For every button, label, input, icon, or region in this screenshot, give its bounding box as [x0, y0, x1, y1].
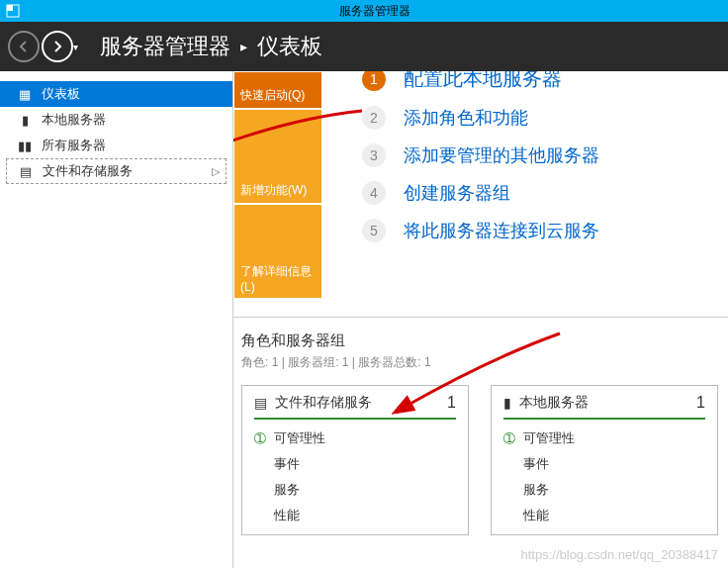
watermark-text: https://blog.csdn.net/qq_20388417	[521, 547, 719, 562]
step-link[interactable]: 添加要管理的其他服务器	[404, 143, 599, 167]
sidebar-item-dashboard[interactable]: ▦ 仪表板	[0, 81, 232, 107]
card-row-label: 性能	[274, 507, 300, 524]
step-number: 3	[362, 143, 386, 167]
svg-rect-1	[7, 5, 13, 11]
storage-icon: ▤	[254, 395, 267, 411]
card-row-performance[interactable]: 性能	[254, 503, 456, 528]
card-file-storage[interactable]: ▤ 文件和存储服务 1 ➀ 可管理性 事件 服务 性能	[241, 385, 469, 535]
nav-back-button[interactable]	[8, 31, 40, 62]
sidebar-item-file-storage[interactable]: ▤ 文件和存储服务 ▷	[6, 158, 227, 184]
step-configure-local[interactable]: 1 配置此本地服务器	[362, 71, 728, 92]
breadcrumb-separator-icon: ▸	[240, 39, 247, 54]
sidebar: ▦ 仪表板 ▮ 本地服务器 ▮▮ 所有服务器 ▤ 文件和存储服务 ▷	[0, 71, 233, 568]
step-link[interactable]: 添加角色和功能	[404, 106, 528, 130]
sidebar-item-label: 仪表板	[42, 85, 80, 103]
header-bar: ▾ 服务器管理器 ▸ 仪表板	[0, 22, 728, 71]
content-area: 快速启动(Q) 新增功能(W) 了解详细信息(L) 1 配置此本地服务器 2 添…	[233, 71, 728, 568]
step-add-roles[interactable]: 2 添加角色和功能	[362, 106, 728, 130]
card-row-label: 性能	[523, 507, 549, 524]
storage-icon: ▤	[17, 164, 35, 179]
card-row-label: 事件	[523, 455, 549, 473]
card-row-services[interactable]: 服务	[254, 477, 456, 503]
server-icon: ▮	[16, 113, 34, 128]
window-title: 服务器管理器	[22, 3, 728, 20]
sidebar-item-local-server[interactable]: ▮ 本地服务器	[0, 107, 232, 133]
quick-start-label: 快速启动(Q)	[240, 87, 305, 104]
status-up-icon: ➀	[503, 430, 523, 446]
step-add-servers[interactable]: 3 添加要管理的其他服务器	[362, 143, 728, 167]
server-icon: ▮	[503, 395, 511, 411]
card-row-label: 事件	[274, 455, 300, 473]
steps-list: 1 配置此本地服务器 2 添加角色和功能 3 添加要管理的其他服务器 4 创建服…	[322, 71, 728, 299]
breadcrumb-app: 服务器管理器	[100, 32, 230, 61]
nav-forward-button[interactable]	[42, 31, 73, 62]
card-row-performance[interactable]: 性能	[503, 503, 705, 528]
step-number: 4	[362, 181, 386, 205]
card-local-server[interactable]: ▮ 本地服务器 1 ➀ 可管理性 事件 服务 性能	[491, 385, 718, 535]
roles-section-title: 角色和服务器组	[241, 331, 728, 350]
card-row-label: 服务	[523, 481, 549, 499]
servers-icon: ▮▮	[16, 139, 34, 153]
welcome-panel: 快速启动(Q) 新增功能(W) 了解详细信息(L) 1 配置此本地服务器 2 添…	[233, 71, 728, 299]
card-row-label: 可管理性	[274, 429, 325, 447]
card-count: 1	[696, 394, 705, 412]
step-link[interactable]: 配置此本地服务器	[404, 71, 562, 92]
card-row-label: 可管理性	[523, 429, 575, 447]
step-create-group[interactable]: 4 创建服务器组	[362, 181, 728, 205]
sidebar-item-label: 文件和存储服务	[43, 162, 133, 180]
card-row-manageability[interactable]: ➀ 可管理性	[254, 426, 456, 451]
card-count: 1	[447, 394, 456, 412]
step-number: 5	[362, 219, 386, 242]
dashboard-icon: ▦	[16, 87, 34, 102]
whats-new-tile[interactable]: 新增功能(W)	[233, 109, 322, 204]
card-title: 文件和存储服务	[275, 394, 372, 412]
window-titlebar: 服务器管理器	[0, 0, 728, 22]
step-cloud-connect[interactable]: 5 将此服务器连接到云服务	[362, 219, 728, 242]
cards-row: ▤ 文件和存储服务 1 ➀ 可管理性 事件 服务 性能 ▮ 本	[241, 385, 728, 535]
sidebar-item-all-servers[interactable]: ▮▮ 所有服务器	[0, 133, 232, 158]
card-row-events[interactable]: 事件	[254, 451, 456, 477]
step-link[interactable]: 创建服务器组	[404, 181, 510, 205]
step-link[interactable]: 将此服务器连接到云服务	[404, 219, 599, 242]
quick-start-tile[interactable]: 快速启动(Q)	[233, 71, 322, 109]
status-up-icon: ➀	[254, 430, 274, 446]
breadcrumb: 服务器管理器 ▸ 仪表板	[100, 32, 322, 61]
sidebar-item-label: 本地服务器	[42, 111, 106, 129]
card-row-label: 服务	[274, 481, 300, 499]
divider	[233, 317, 728, 318]
step-number: 1	[362, 71, 386, 91]
card-header: ▤ 文件和存储服务 1	[254, 394, 456, 420]
card-header: ▮ 本地服务器 1	[503, 394, 705, 420]
card-row-manageability[interactable]: ➀ 可管理性	[503, 426, 705, 451]
step-number: 2	[362, 106, 386, 130]
sidebar-item-label: 所有服务器	[42, 137, 106, 154]
chevron-right-icon: ▷	[212, 165, 220, 178]
app-icon	[4, 2, 22, 20]
card-row-services[interactable]: 服务	[503, 477, 705, 503]
whats-new-label: 新增功能(W)	[240, 182, 307, 199]
roles-section-subtitle: 角色: 1 | 服务器组: 1 | 服务器总数: 1	[241, 354, 728, 371]
orange-column: 快速启动(Q) 新增功能(W) 了解详细信息(L)	[233, 71, 322, 299]
breadcrumb-page: 仪表板	[257, 32, 322, 61]
card-row-events[interactable]: 事件	[503, 451, 705, 477]
card-title: 本地服务器	[519, 394, 589, 412]
learn-more-tile[interactable]: 了解详细信息(L)	[233, 204, 322, 299]
learn-more-label: 了解详细信息(L)	[240, 263, 316, 294]
nav-dropdown-icon[interactable]: ▾	[73, 42, 78, 52]
